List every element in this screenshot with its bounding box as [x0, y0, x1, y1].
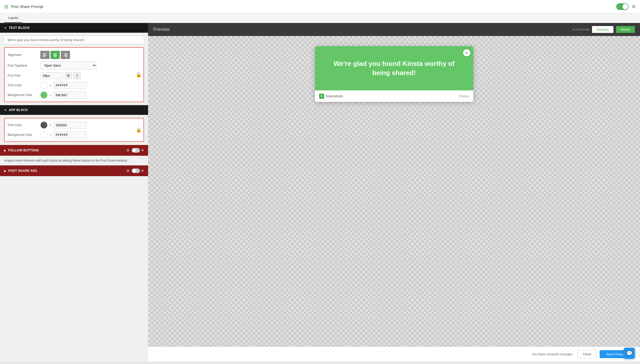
svg-rect-10: [64, 55, 67, 56]
app-background-color-input[interactable]: [53, 131, 87, 138]
font-typeface-label: Font Typeface: [8, 64, 38, 67]
font-size-row: Font Size 28px b i: [8, 72, 133, 79]
app-font-color-swatch[interactable]: [40, 122, 47, 129]
text-block-content: Alignment: [0, 33, 148, 105]
text-block-chevron-icon: ▼: [4, 27, 7, 29]
share-card: We're glad you found Kinsta worthy of be…: [315, 46, 473, 102]
mobile-button[interactable]: Mobile: [616, 26, 635, 33]
text-block-settings-inner: Alignment: [5, 48, 143, 102]
background-color-input[interactable]: [53, 92, 87, 99]
app-background-color-swatch[interactable]: [40, 131, 47, 138]
tab-layout[interactable]: Layout: [4, 13, 22, 23]
font-typeface-select[interactable]: Open Sans: [40, 62, 96, 69]
svg-rect-4: [53, 53, 57, 54]
toggle-check-icon: ✓: [618, 5, 620, 8]
close-changes-button[interactable]: Close: [577, 350, 597, 358]
follow-buttons-x-icon: ✕: [141, 148, 144, 152]
close-button[interactable]: ✕: [632, 4, 636, 10]
svg-rect-1: [43, 54, 45, 55]
text-block-title: TEXT BLOCK: [9, 26, 30, 30]
preview-title: Preview: [153, 27, 170, 32]
app-block-title: APP BLOCK: [9, 108, 28, 112]
alignment-row: Alignment: [8, 51, 133, 59]
italic-button[interactable]: i: [74, 72, 81, 79]
left-panel: ▼ TEXT BLOCK Alignment: [0, 23, 148, 361]
svg-rect-6: [53, 55, 57, 56]
align-left-icon: [42, 52, 47, 57]
app-icon: ⊞: [4, 4, 8, 10]
app-font-color-label: Font Color: [8, 123, 38, 127]
app-background-color-row: Background Color #: [8, 131, 133, 138]
svg-rect-5: [54, 54, 56, 55]
align-left-button[interactable]: [40, 51, 50, 59]
top-bar-left: ⊞ Post Share Prompt: [4, 4, 43, 10]
ads-toggle-knob: [132, 169, 136, 173]
privacy-link[interactable]: Privacy: [459, 94, 469, 98]
align-center-icon: [53, 52, 58, 57]
follow-buttons-description: Acquire more followers with each share b…: [0, 156, 148, 165]
app-block-content: Font Color # Background Color # 🔒: [0, 115, 148, 145]
gear-icon-ads[interactable]: ⚙: [126, 169, 130, 173]
card-close-button[interactable]: ✕: [463, 49, 470, 56]
enable-toggle[interactable]: ✓: [616, 3, 629, 10]
shareaholic-brand-name: Shareaholic: [326, 94, 343, 98]
follow-toggle-knob: [132, 149, 136, 152]
align-center-button[interactable]: [51, 51, 60, 59]
post-share-ads-chevron-icon: ▶: [4, 169, 6, 172]
follow-buttons-toggle[interactable]: [132, 148, 140, 153]
preview-canvas: We're glad you found Kinsta worthy of be…: [148, 36, 640, 347]
follow-buttons-chevron-icon: ▶: [4, 149, 6, 152]
card-green-area: We're glad you found Kinsta worthy of be…: [315, 46, 473, 90]
svg-rect-9: [65, 54, 67, 55]
text-block-input[interactable]: [4, 36, 144, 44]
lock-icon-2: 🔒: [136, 127, 141, 133]
hash-icon-1: #: [50, 83, 51, 87]
hash-icon-2: #: [50, 93, 51, 97]
align-right-icon: [63, 52, 68, 57]
gear-icon-follow[interactable]: ⚙: [126, 148, 130, 152]
font-size-label: Font Size: [8, 74, 38, 77]
chat-button[interactable]: 💬: [624, 348, 635, 359]
font-typeface-row: Font Typeface Open Sans: [8, 62, 133, 69]
align-right-button[interactable]: [61, 51, 70, 59]
bold-button[interactable]: b: [65, 72, 72, 79]
main-layout: ▼ TEXT BLOCK Alignment: [0, 23, 640, 361]
app-font-color-input[interactable]: [53, 122, 87, 129]
follow-buttons-controls: ⚙ ✕: [126, 148, 144, 153]
app-block-chevron-icon: ▼: [4, 109, 7, 112]
tab-bar: Layout: [0, 13, 640, 23]
font-size-controls: 28px b i: [40, 72, 81, 79]
svg-rect-2: [43, 55, 46, 56]
post-share-ads-x-icon: ✕: [141, 169, 144, 173]
hash-icon-3: #: [50, 123, 51, 127]
font-color-swatch[interactable]: [40, 82, 47, 89]
desktop-button[interactable]: Desktop: [592, 26, 613, 33]
hash-icon-4: #: [50, 133, 51, 137]
post-share-ads-header[interactable]: ▶ POST SHARE ADS ⚙ ✕: [0, 165, 148, 176]
right-panel: Preview PLATFORM Desktop Mobile We're gl…: [148, 23, 640, 361]
platform-area: PLATFORM Desktop Mobile: [572, 26, 635, 33]
background-color-label: Background Color: [8, 93, 38, 97]
app-background-color-label: Background Color: [8, 133, 38, 137]
follow-buttons-header[interactable]: ▶ FOLLOW BUTTONS ⚙ ✕: [0, 145, 148, 156]
text-block-settings: Alignment: [4, 47, 144, 102]
post-share-ads-toggle[interactable]: [132, 168, 140, 173]
unsaved-changes-text: You have unsaved changes: [532, 352, 572, 356]
app-title: Post Share Prompt: [11, 4, 43, 9]
font-size-select[interactable]: 28px: [40, 72, 63, 79]
post-share-ads-controls: ⚙ ✕: [126, 168, 144, 173]
svg-rect-0: [43, 53, 46, 54]
top-bar: ⊞ Post Share Prompt ✓ ✕: [0, 0, 640, 13]
app-block-header[interactable]: ▼ APP BLOCK: [0, 105, 148, 115]
bottom-bar: You have unsaved changes Close Save Chan…: [148, 347, 640, 361]
text-block-header[interactable]: ▼ TEXT BLOCK: [0, 23, 148, 33]
lock-icon-1: 🔒: [136, 72, 141, 78]
font-color-input[interactable]: [53, 82, 87, 89]
svg-rect-7: [54, 56, 56, 57]
svg-rect-8: [64, 53, 67, 54]
card-text: We're glad you found Kinsta worthy of be…: [325, 59, 463, 78]
font-color-label: Font Color: [8, 83, 38, 87]
app-font-color-row: Font Color #: [8, 122, 133, 129]
follow-buttons-title: FOLLOW BUTTONS: [8, 149, 39, 152]
background-color-swatch[interactable]: [40, 91, 47, 99]
